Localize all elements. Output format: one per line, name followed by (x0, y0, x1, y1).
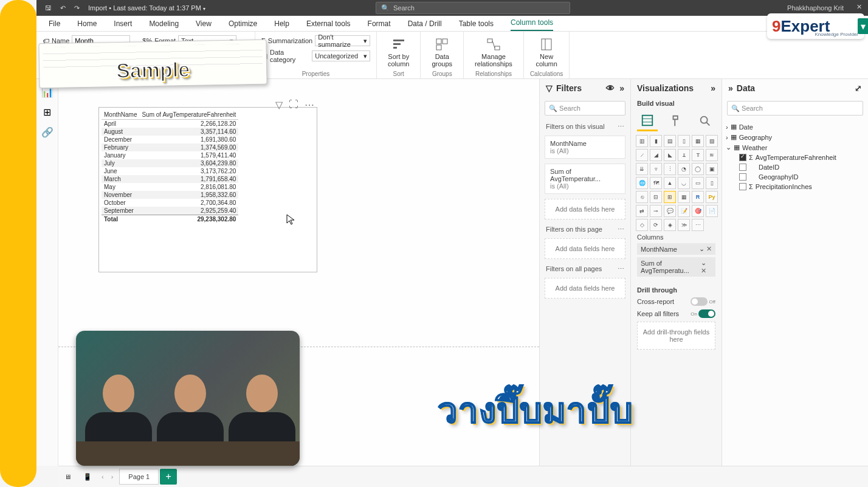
viz-automate[interactable]: ⟳ (650, 219, 662, 231)
viz-get-more[interactable]: ⋯ (692, 219, 704, 231)
tab-optimize[interactable]: Optimize (229, 16, 257, 31)
more-icon[interactable]: ⋯ (618, 226, 624, 233)
viz-line-column2[interactable]: ⫪ (692, 149, 704, 161)
remove-icon[interactable]: ✕ (706, 245, 712, 252)
model-view-icon[interactable]: 🔗 (41, 126, 53, 138)
checkbox-checked[interactable] (739, 154, 746, 161)
data-search[interactable]: 🔍 Search (727, 101, 863, 116)
viz-100-column[interactable]: ▧ (706, 135, 718, 147)
viz-ribbon[interactable]: ≋ (706, 149, 718, 161)
table-row[interactable]: August3,357,114.60 (102, 128, 238, 136)
chevron-down-icon[interactable]: ⌄ (701, 259, 706, 266)
table-row[interactable]: April2,266,128.20 (102, 120, 238, 128)
viz-treemap[interactable]: ▣ (706, 163, 718, 175)
viz-pie[interactable]: ◔ (678, 163, 690, 175)
filter-card-monthname[interactable]: MonthName is (All) (545, 136, 625, 159)
checkbox[interactable] (739, 173, 746, 181)
field-dateid[interactable]: DateID (726, 162, 864, 172)
col-sum[interactable]: Sum of AvgTemperatureFahrenheit (139, 110, 238, 120)
viz-filled-map[interactable]: 🗺 (650, 177, 662, 189)
viz-map[interactable]: 🌐 (636, 177, 648, 189)
collapse-icon[interactable]: » (711, 83, 715, 93)
collapse-icon[interactable]: » (619, 83, 624, 93)
format-mode-icon[interactable] (666, 111, 687, 131)
field-sum[interactable]: Sum of AvgTemperatu...⌄ ✕ (637, 257, 715, 277)
prev-page-icon[interactable]: ‹ (98, 473, 108, 480)
data-groups-button[interactable]: Data groups (427, 35, 457, 69)
tab-home[interactable]: Home (77, 16, 97, 31)
viz-table[interactable]: ⊞ (664, 191, 676, 203)
viz-gauge[interactable]: ◡ (678, 177, 690, 189)
col-monthname[interactable]: MonthName (102, 110, 139, 120)
table-geography[interactable]: ›▦Geography (726, 132, 864, 142)
focus-icon[interactable]: ⛶ (289, 99, 298, 111)
cross-report-toggle[interactable] (691, 297, 708, 306)
add-page-button[interactable]: + (160, 469, 177, 485)
checkbox[interactable] (739, 164, 746, 171)
table-row[interactable]: May2,816,081.80 (102, 183, 238, 191)
filters-search[interactable]: 🔍 Search (545, 101, 625, 116)
table-row[interactable]: January1,579,411.40 (102, 151, 238, 159)
table-visual[interactable]: ▽ ⛶ ⋯ MonthName Sum of AvgTemperatureFah… (98, 107, 317, 272)
viz-python[interactable]: Py (706, 191, 718, 203)
viz-card[interactable]: ▭ (692, 177, 704, 189)
analytics-mode-icon[interactable] (695, 111, 715, 131)
viz-paginated[interactable]: 📄 (706, 205, 718, 217)
table-weather[interactable]: ⌄▦Weather (726, 142, 864, 153)
view-toggle-icon[interactable]: 👁 (606, 83, 615, 93)
viz-stacked-column[interactable]: ▮ (650, 135, 662, 147)
more-icon[interactable]: ⋯ (618, 123, 624, 131)
field-precipitation[interactable]: ΣPrecipitationInches (726, 182, 864, 192)
viz-clustered-column[interactable]: ▯ (678, 135, 690, 147)
user-label[interactable]: Phakkhaphong Krit (787, 4, 844, 12)
table-row[interactable]: December1,691,380.60 (102, 136, 238, 143)
viz-powerapps[interactable]: ◇ (636, 219, 648, 231)
viz-funnel[interactable]: ▿ (650, 163, 662, 175)
filters-visual-drop[interactable]: Add data fields here (545, 199, 625, 219)
viz-decomposition[interactable]: ⊸ (650, 205, 662, 217)
viz-key-influencers[interactable]: ⇄ (636, 205, 648, 217)
drill-drop[interactable]: Add drill-through fields here (637, 322, 715, 350)
viz-line-column[interactable]: ⫫ (678, 149, 690, 161)
viz-kpi[interactable]: ⎋ (636, 191, 648, 203)
expand-full-icon[interactable]: ⤢ (855, 83, 862, 93)
tab-table-tools[interactable]: Table tools (459, 16, 494, 31)
table-date[interactable]: ›▦Date (726, 122, 864, 132)
viz-stacked-bar[interactable]: ▥ (636, 135, 648, 147)
mobile-layout-icon[interactable]: 📱 (77, 473, 98, 481)
save-icon[interactable]: 🖫 (45, 4, 52, 12)
viz-r[interactable]: R (692, 191, 704, 203)
summarization-select[interactable]: Don't summarize▾ (315, 35, 370, 46)
viz-line[interactable]: ⟋ (636, 149, 648, 161)
tab-data-drill[interactable]: Data / Drill (408, 16, 442, 31)
filters-page-drop[interactable]: Add data fields here (545, 238, 625, 259)
filters-all-drop[interactable]: Add data fields here (545, 278, 625, 299)
table-view-icon[interactable]: ⊞ (43, 106, 51, 118)
viz-100-bar[interactable]: ▦ (692, 135, 704, 147)
viz-azure-map[interactable]: ▲ (664, 177, 676, 189)
viz-clustered-bar[interactable]: ▤ (664, 135, 676, 147)
filter-card-sum[interactable]: Sum of AvgTemperatur... is (All) (545, 164, 625, 194)
viz-donut[interactable]: ◯ (692, 163, 704, 175)
table-row[interactable]: September2,925,259.40 (102, 207, 238, 215)
checkbox[interactable] (739, 183, 746, 190)
viz-goals[interactable]: 🎯 (692, 205, 704, 217)
page-tab[interactable]: Page 1 (119, 469, 159, 485)
viz-slicer[interactable]: ⊟ (650, 191, 662, 203)
chevron-down-icon[interactable]: ⌄ (699, 245, 704, 252)
table-row[interactable]: July3,604,239.80 (102, 159, 238, 167)
sort-by-column-button[interactable]: Sort by column (383, 35, 414, 69)
keep-filters-toggle[interactable] (698, 309, 715, 318)
field-geographyid[interactable]: GeographyID (726, 172, 864, 182)
logo-dropdown-icon[interactable]: ▾ (858, 18, 868, 34)
redo-icon[interactable]: ↷ (74, 4, 80, 12)
global-search[interactable]: 🔍 Search (376, 2, 570, 14)
filter-icon[interactable]: ▽ (275, 99, 283, 111)
build-mode-icon[interactable] (637, 111, 658, 131)
more-icon[interactable]: ⋯ (618, 265, 624, 273)
field-avgtemp[interactable]: ΣAvgTemperatureFahrenheit (726, 153, 864, 162)
viz-custom1[interactable]: ◈ (664, 219, 676, 231)
field-monthname[interactable]: MonthName⌄ ✕ (637, 243, 715, 255)
viz-waterfall[interactable]: ⇊ (636, 163, 648, 175)
viz-custom2[interactable]: ≫ (678, 219, 690, 231)
